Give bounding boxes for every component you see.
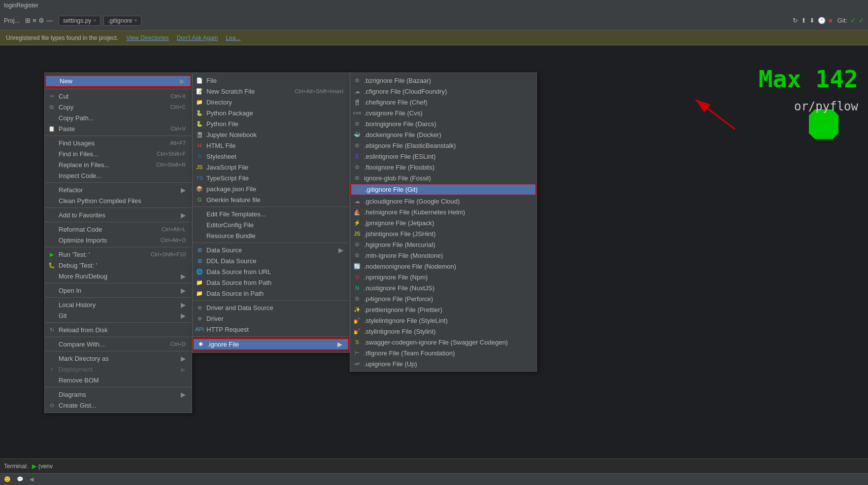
toolbar-icon-2[interactable]: ≡ xyxy=(33,17,36,24)
menu-item-copy-path[interactable]: Copy Path... xyxy=(45,112,192,123)
refactor-arrow: ▶ xyxy=(181,186,186,194)
menu-item-find-usages[interactable]: Find Usages Alt+F7 xyxy=(45,138,192,148)
menu-item-driver-datasource[interactable]: ⊕ Driver and Data Source xyxy=(193,302,349,313)
menu-item-data-source[interactable]: ⊞ Data Source ▶ xyxy=(193,244,349,255)
menu-item-diagrams[interactable]: Diagrams ▶ xyxy=(45,389,192,400)
menu-item-more-run[interactable]: More Run/Debug ▶ xyxy=(45,271,192,281)
menu-item-compare[interactable]: Compare With... Ctrl+D xyxy=(45,339,192,349)
menu-item-edit-templates[interactable]: Edit File Templates... xyxy=(193,208,349,219)
toolbar-icon-3[interactable]: ⚙ xyxy=(38,17,44,24)
menu-item-python-file[interactable]: 🐍 Python File xyxy=(193,118,349,129)
menu-item-favorites[interactable]: Add to Favorites ▶ xyxy=(45,209,192,220)
dont-ask-link[interactable]: Don't Ask Again xyxy=(177,35,218,41)
menu-item-ddl-datasource[interactable]: ⊞ DDL Data Source xyxy=(193,255,349,266)
git-refresh-icon[interactable]: ↻ xyxy=(793,17,798,24)
menu-item-inspect[interactable]: Inspect Code... xyxy=(45,170,192,181)
ignore-bzr[interactable]: ⚙ .bzrignore File (Bazaar) xyxy=(350,75,536,86)
menu-item-editorconfig[interactable]: EditorConfig File xyxy=(193,219,349,230)
menu-item-local-history[interactable]: Local History ▶ xyxy=(45,299,192,310)
settings-tab[interactable]: settings.py × xyxy=(59,16,100,26)
ignore-swagger[interactable]: S .swagger-codegen-ignore File (Swagger … xyxy=(350,337,536,347)
jupyter-icon: 📓 xyxy=(196,131,203,139)
menu-item-resource-bundle[interactable]: Resource Bundle xyxy=(193,230,349,241)
menu-item-file[interactable]: 📄 File xyxy=(193,75,349,86)
ignore-eslint[interactable]: E .eslintignore File (ESLint) xyxy=(350,151,536,162)
menu-item-datasource-in-path[interactable]: 📁 Data Source in Path xyxy=(193,288,349,299)
menu-item-package-json[interactable]: 📦 package.json File xyxy=(193,183,349,194)
menu-item-git[interactable]: Git ▶ xyxy=(45,310,192,321)
menu-item-clean[interactable]: Clean Python Compiled Files xyxy=(45,195,192,206)
cvs-icon: CVS xyxy=(353,109,361,117)
menu-item-stylesheet[interactable]: S Stylesheet xyxy=(193,151,349,162)
ignore-gcloud[interactable]: ☁ .gcloudignore File (Google Cloud) xyxy=(350,196,536,207)
ignore-up[interactable]: UP .upignore File (Up) xyxy=(350,358,536,369)
ignore-prettier[interactable]: ✨ .prettierignore File (Prettier) xyxy=(350,304,536,315)
menu-item-ts[interactable]: TS TypeScript File xyxy=(193,173,349,183)
menu-item-datasource-url[interactable]: 🌐 Data Source from URL xyxy=(193,266,349,277)
menu-item-new[interactable]: New ▶ xyxy=(45,75,192,87)
git-update-icon[interactable]: ⬆ xyxy=(801,17,806,24)
ignore-stylelint[interactable]: 💅 .stylelintignore File (StyleLint) xyxy=(350,315,536,326)
menu-item-reformat[interactable]: Reformat Code Ctrl+Alt+L xyxy=(45,224,192,235)
toolbar-icon-1[interactable]: ⊞ xyxy=(25,17,31,24)
menu-item-driver[interactable]: ⊕ Driver xyxy=(193,313,349,324)
menu-item-ignore-file[interactable]: ✱ .ignore File ▶ xyxy=(193,338,349,350)
learn-link[interactable]: Lea... xyxy=(226,35,240,41)
ignore-tf[interactable]: ⊢ .tfignore File (Team Foundation) xyxy=(350,347,536,358)
ignore-jetpack[interactable]: ⚡ .jpmignore File (Jetpack) xyxy=(350,217,536,228)
ignore-nodemon[interactable]: 🔄 .nodemonignore File (Nodemon) xyxy=(350,261,536,272)
ignore-fossil[interactable]: ⚙ ignore-glob File (Fossil) xyxy=(350,173,536,183)
menu-item-html[interactable]: H HTML File xyxy=(193,140,349,151)
git-stop-icon[interactable]: ■ xyxy=(829,17,833,24)
menu-item-http-request[interactable]: API HTTP Request xyxy=(193,324,349,335)
ignore-eb[interactable]: ⚙ .ebignore File (ElasticBeanstalk) xyxy=(350,140,536,151)
ignore-mercurial[interactable]: ⚙ .hgignore File (Mercurial) xyxy=(350,239,536,250)
menu-item-replace-files[interactable]: Replace in Files... Ctrl+Shift+R xyxy=(45,159,192,170)
menu-item-jupyter[interactable]: 📓 Jupyter Notebook xyxy=(193,129,349,140)
view-directories-link[interactable]: View Directories xyxy=(126,35,168,41)
menu-item-gherkin[interactable]: G Gherkin feature file xyxy=(193,194,349,205)
menu-item-mark-dir[interactable]: Mark Directory as ▶ xyxy=(45,353,192,364)
menu-item-debug[interactable]: 🐛 Debug 'Test: ' xyxy=(45,260,192,271)
menu-item-paste[interactable]: 📋 Paste Ctrl+V xyxy=(45,123,192,134)
menu-item-remove-bom[interactable]: Remove BOM xyxy=(45,375,192,385)
ignore-helm[interactable]: ⛵ .helmignore File (Kubernetes Helm) xyxy=(350,207,536,217)
menu-item-refactor[interactable]: Refactor ▶ xyxy=(45,184,192,195)
menu-item-reload[interactable]: ↻ Reload from Disk xyxy=(45,324,192,335)
separator xyxy=(193,336,349,337)
gitignore-tab[interactable]: .gitignore × xyxy=(103,16,141,26)
menu-item-open-in[interactable]: Open In ▶ xyxy=(45,285,192,296)
menu-item-python-package[interactable]: 🐍 Python Package xyxy=(193,107,349,118)
menu-item-cut[interactable]: ✂ Cut Ctrl+X xyxy=(45,91,192,102)
menu-item-directory[interactable]: 📁 Directory xyxy=(193,97,349,107)
monotone-icon: ⚙ xyxy=(353,251,361,259)
toolbar-icon-4[interactable]: — xyxy=(46,17,53,24)
menu-item-js[interactable]: JS JavaScript File xyxy=(193,162,349,173)
menu-item-datasource-path[interactable]: 📁 Data Source from Path xyxy=(193,277,349,288)
menu-item-create-gist[interactable]: ⊙ Create Gist... xyxy=(45,400,192,411)
menu-item-deployment[interactable]: ↑ Deployment ▶ xyxy=(45,364,192,375)
ignore-darcs[interactable]: ⚙ .boringignore File (Darcs) xyxy=(350,118,536,129)
ignore-cf[interactable]: ☁ .cfignore File (CloudFoundry) xyxy=(350,86,536,97)
ignore-git[interactable]: ⊙ .gitignore File (Git) xyxy=(350,183,536,196)
ignore-npm[interactable]: N .npmignore File (Npm) xyxy=(350,272,536,282)
ignore-chef[interactable]: 🍴 .chefignore File (Chef) xyxy=(350,97,536,107)
ignore-monotone[interactable]: ⚙ .mtn-ignore File (Monotone) xyxy=(350,250,536,261)
ignore-jshint[interactable]: JS .jshintignore File (JSHint) xyxy=(350,228,536,239)
menu-item-run[interactable]: ▶ Run 'Test: ' Ctrl+Shift+F10 xyxy=(45,249,192,260)
ignore-nuxt[interactable]: N .nuxtignore File (NuxtJS) xyxy=(350,282,536,293)
ignore-floobits[interactable]: ⚙ .flooignore File (Floobits) xyxy=(350,162,536,173)
ignore-perforce[interactable]: ⚙ .p4ignore File (Perforce) xyxy=(350,293,536,304)
ignore-docker[interactable]: 🐳 .dockerignore File (Docker) xyxy=(350,129,536,140)
menu-item-copy[interactable]: ⧉ Copy Ctrl+C xyxy=(45,102,192,112)
git-pull-icon[interactable]: ⬇ xyxy=(809,17,815,24)
ignore-cvs[interactable]: CVS .cvsignore File (Cvs) xyxy=(350,107,536,118)
menu-item-scratch[interactable]: 📝 New Scratch File Ctrl+Alt+Shift+Insert xyxy=(193,86,349,97)
settings-tab-close[interactable]: × xyxy=(93,18,96,23)
menu-item-optimize[interactable]: Optimize Imports Ctrl+Alt+O xyxy=(45,235,192,245)
menu-item-find-files[interactable]: Find in Files... Ctrl+Shift+F xyxy=(45,148,192,159)
ignore-stylint[interactable]: 💅 .stylintignore File (Stylint) xyxy=(350,326,536,337)
gitignore-tab-close[interactable]: × xyxy=(134,18,137,23)
git-history-icon[interactable]: 🕐 xyxy=(818,17,826,24)
jetpack-icon: ⚡ xyxy=(353,219,361,227)
